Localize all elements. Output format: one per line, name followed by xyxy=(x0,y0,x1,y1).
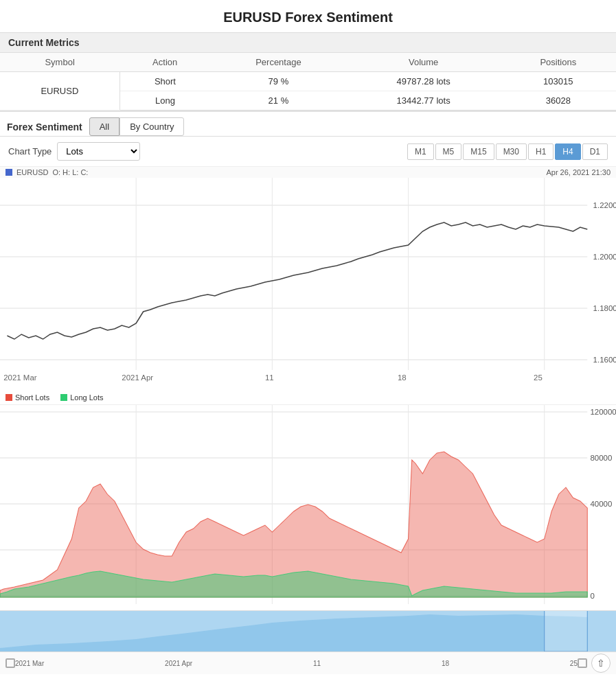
chart-type-label: Chart Type xyxy=(8,146,52,157)
vol-long: 13442.77 lots xyxy=(347,91,501,111)
symbol-dot xyxy=(5,169,12,176)
svg-text:40000: 40000 xyxy=(590,500,612,508)
pos-short: 103015 xyxy=(501,72,616,91)
svg-text:120000: 120000 xyxy=(590,408,616,416)
volume-chart-svg: 120000 80000 40000 0 xyxy=(0,405,616,610)
svg-text:2021 Mar: 2021 Mar xyxy=(3,373,37,382)
mini-date-5: 25 xyxy=(570,660,578,667)
svg-text:2021 Apr: 2021 Apr xyxy=(122,373,153,382)
svg-rect-27 xyxy=(545,610,588,651)
col-symbol: Symbol xyxy=(0,53,119,72)
svg-text:18: 18 xyxy=(398,373,407,382)
chart-type-select[interactable]: Lots Positions Percentage xyxy=(57,142,140,161)
svg-text:0: 0 xyxy=(590,592,594,600)
long-lots-icon xyxy=(60,394,67,401)
price-label-3: 1.1800 xyxy=(593,304,616,312)
action-short: Short xyxy=(119,72,210,91)
resize-right-icon[interactable] xyxy=(578,658,587,668)
mini-date-1: 2021 Mar xyxy=(15,660,44,667)
tf-h1[interactable]: H1 xyxy=(528,143,554,160)
chart-symbol-label: EURUSD xyxy=(16,168,48,176)
resize-left-icon[interactable] xyxy=(5,658,15,668)
symbol-cell: EURUSD xyxy=(0,72,119,111)
tf-m30[interactable]: M30 xyxy=(496,143,527,160)
legend-short: Short Lots xyxy=(5,393,49,402)
price-label-1: 1.2200 xyxy=(593,201,616,209)
tab-all[interactable]: All xyxy=(89,117,119,136)
price-chart: 1.2200 1.2000 1.1800 1.1600 2021 Mar 202… xyxy=(0,178,616,391)
price-label-4: 1.1600 xyxy=(593,356,616,364)
mini-date-3: 11 xyxy=(313,660,321,667)
price-chart-svg: 1.2200 1.2000 1.1800 1.1600 2021 Mar 202… xyxy=(0,178,616,391)
mini-date-4: 18 xyxy=(442,660,449,667)
tf-m1[interactable]: M1 xyxy=(407,143,434,160)
long-lots-label: Long Lots xyxy=(70,393,103,402)
current-metrics-header: Current Metrics xyxy=(0,32,616,53)
tf-d1[interactable]: D1 xyxy=(582,143,608,160)
controls-row: Chart Type Lots Positions Percentage M1 … xyxy=(0,137,616,167)
mini-date-2: 2021 Apr xyxy=(165,660,192,667)
bottom-icons-left xyxy=(5,658,15,668)
bottom-icons-right: ⇧ xyxy=(578,654,611,673)
col-percentage: Percentage xyxy=(210,53,347,72)
page-title: EURUSD Forex Sentiment xyxy=(0,0,616,32)
metrics-table: Symbol Action Percentage Volume Position… xyxy=(0,53,616,111)
chart-type-control: Chart Type Lots Positions Percentage xyxy=(8,142,140,161)
tf-m5[interactable]: M5 xyxy=(435,143,462,160)
short-lots-icon xyxy=(5,394,12,401)
sentiment-section: Forex Sentiment All By Country Chart Typ… xyxy=(0,111,616,674)
chart-timestamp: Apr 26, 2021 21:30 xyxy=(546,168,611,176)
mini-dates: 2021 Mar 2021 Apr 11 18 25 xyxy=(15,660,578,667)
mini-chart xyxy=(0,610,616,651)
svg-text:11: 11 xyxy=(265,373,274,382)
chart-info-left: EURUSD O: H: L: C: xyxy=(5,168,88,176)
pct-long: 21 % xyxy=(210,91,347,111)
scroll-up-button[interactable]: ⇧ xyxy=(591,654,611,673)
tab-by-country[interactable]: By Country xyxy=(119,117,184,136)
col-action: Action xyxy=(119,53,210,72)
mini-chart-svg xyxy=(0,610,616,651)
price-label-2: 1.2000 xyxy=(593,253,616,261)
ohlc-label: O: H: L: C: xyxy=(52,168,88,176)
vol-short: 49787.28 lots xyxy=(347,72,501,91)
action-long: Long xyxy=(119,91,210,111)
forex-sentiment-label: Forex Sentiment xyxy=(7,122,82,132)
col-positions: Positions xyxy=(501,53,616,72)
short-lots-label: Short Lots xyxy=(15,393,49,402)
tf-m15[interactable]: M15 xyxy=(463,143,494,160)
volume-legend: Short Lots Long Lots xyxy=(0,391,616,404)
table-row: EURUSD Short 79 % 49787.28 lots 103015 xyxy=(0,72,616,91)
svg-text:80000: 80000 xyxy=(590,454,612,462)
col-volume: Volume xyxy=(347,53,501,72)
chart-info-bar: EURUSD O: H: L: C: Apr 26, 2021 21:30 xyxy=(0,167,616,178)
volume-chart: 120000 80000 40000 0 xyxy=(0,404,616,610)
pct-short: 79 % xyxy=(210,72,347,91)
tab-bar: Forex Sentiment All By Country xyxy=(0,112,616,137)
svg-text:25: 25 xyxy=(534,373,543,382)
legend-long: Long Lots xyxy=(60,393,103,402)
timeframe-buttons: M1 M5 M15 M30 H1 H4 D1 xyxy=(407,143,608,160)
pos-long: 36028 xyxy=(501,91,616,111)
tf-h4[interactable]: H4 xyxy=(555,143,580,160)
mini-bottom-bar: 2021 Mar 2021 Apr 11 18 25 ⇧ xyxy=(0,651,616,674)
